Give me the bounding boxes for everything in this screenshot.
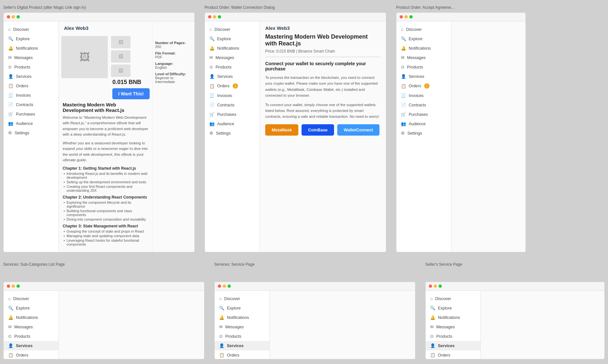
sidebar-item-products-1[interactable]: ⊙ Products [4,62,58,72]
sidebar-item-messages-2[interactable]: ✉ Messages [205,53,260,62]
sidebar-item-orders-3[interactable]: 📋 Orders 1 [396,81,451,91]
sidebar-item-products-3[interactable]: ⊙ Products [396,62,451,72]
sidebar-item-contracts-3[interactable]: 📄 Contracts [396,100,451,110]
main-product-image: 🖼 [61,36,108,78]
sidebar-item-purchases-3[interactable]: 🛒 Purchases [396,110,451,119]
sidebar-item-services-1[interactable]: 👤 Services [4,72,58,81]
sidebar-item-audience-3[interactable]: 👥 Audience [396,119,451,128]
bs1-orders[interactable]: 📋 Orders [4,350,58,359]
bs2-messages[interactable]: ✉ Messages [215,322,269,332]
sidebar-item-notifications-2[interactable]: 🔔 Notifications [205,43,260,53]
bs3-services[interactable]: 👤 Services [426,341,480,350]
tl-red-2 [208,15,211,18]
bottom-gap-spacer-2 [416,282,425,359]
top-row: Seller's Digital Product (after Magic Li… [0,0,608,252]
bottom-main-2 [270,291,415,359]
sidebar-item-settings-1[interactable]: ⚙ Settings [4,128,58,138]
sidebar-item-services-3[interactable]: 👤 Services [396,72,451,81]
sidebar-item-invoices-3[interactable]: 🧾 Invoices [396,91,451,100]
sidebar-3: ⌂ Discover 🔍 Explore 🔔 Notifications [396,21,452,252]
tl-green-3 [409,15,413,18]
chapter-2: Chapter 2: Understanding React Component… [59,195,152,224]
sidebar-label-discover-1: Discover [13,27,29,32]
search-icon-2: 🔍 [209,36,215,41]
bs2-services[interactable]: 👤 Services [215,341,269,350]
sidebar-item-discover-1[interactable]: ⌂ Discover [4,25,58,34]
sidebar-item-purchases-2[interactable]: 🛒 Purchases [205,110,260,119]
tl-red-1 [7,15,10,18]
sidebar-label-settings-2: Settings [216,131,230,136]
sidebar-item-purchases-1[interactable]: 🛒 Purchases [4,109,58,119]
sidebar-label-contracts-2: Contracts [217,103,235,107]
sidebar-item-explore-3[interactable]: 🔍 Explore [396,34,451,43]
metamask-button[interactable]: MetaMask [265,124,298,136]
bs3-messages[interactable]: ✉ Messages [426,322,480,332]
search-icon-1: 🔍 [8,36,13,41]
bs1-products-icon: ⊙ [8,334,12,339]
bs3-explore[interactable]: 🔍 Explore [426,303,480,313]
sidebar-item-explore-2[interactable]: 🔍 Explore [205,34,260,43]
home-icon-1: ⌂ [8,27,11,32]
sidebar-item-orders-2[interactable]: 📋 Orders 1 [205,81,260,91]
sidebar-label-messages-2: Messages [216,55,234,60]
bs3-products[interactable]: ⊙ Products [426,332,480,341]
bs3-msg-icon: ✉ [430,324,434,329]
pages-value: 250 [155,45,192,49]
bs2-products[interactable]: ⊙ Products [215,332,269,341]
bs1-orders-label: Orders [16,353,28,358]
difficulty-value: Beginner to Intermediate [155,76,192,84]
bs2-notifications[interactable]: 🔔 Notifications [215,313,269,322]
sidebar-item-messages-3[interactable]: ✉ Messages [396,53,451,62]
bs1-products[interactable]: ⊙ Products [4,332,58,341]
thumb-2: 🖼 [111,50,130,63]
coinbase-button[interactable]: CoinBase [302,124,334,136]
sidebar-label-audience-3: Audience [409,122,426,126]
sidebar-item-notifications-3[interactable]: 🔔 Notifications [396,43,451,53]
bs3-orders[interactable]: 📋 Orders [426,350,480,359]
bs1-notifications[interactable]: 🔔 Notifications [4,313,58,322]
sidebar-label-notifications-2: Notifications [217,46,239,51]
sidebar-item-audience-1[interactable]: 👥 Audience [4,119,58,128]
sidebar-item-services-2[interactable]: 👤 Services [205,72,260,81]
want-this-button[interactable]: I Want This! [112,88,150,99]
bs3-discover[interactable]: ⌂ Discover [426,294,480,303]
sidebar-item-contracts-1[interactable]: 📄 Contracts [4,100,58,109]
language-detail: Language: English [155,62,192,69]
sidebar-item-contracts-2[interactable]: 📄 Contracts [205,100,260,110]
bs1-explore[interactable]: 🔍 Explore [4,303,58,313]
sidebar-item-invoices-1[interactable]: 🧾 Invoices [4,91,58,100]
sidebar-label-contracts-1: Contracts [16,103,33,107]
sidebar-item-discover-2[interactable]: ⌂ Discover [205,25,260,34]
sidebar-item-discover-3[interactable]: ⌂ Discover [396,25,451,34]
bs1-services[interactable]: 👤 Services [4,341,58,350]
bs2-discover[interactable]: ⌂ Discover [215,294,269,303]
screen3-label: Product Order: Accept Agreeme... [396,5,454,10]
sidebar-item-orders-1[interactable]: 📋 Orders [4,81,58,91]
bs2-explore[interactable]: 🔍 Explore [215,303,269,313]
sidebar-item-audience-2[interactable]: 👥 Audience [205,119,260,128]
sidebar-label-orders-1: Orders [16,84,28,88]
bottom-gap-1 [205,262,214,267]
bs1-discover[interactable]: ⌂ Discover [4,294,58,303]
bs1-home-icon: ⌂ [8,296,11,301]
bs1-messages[interactable]: ✉ Messages [4,322,58,332]
walletconnect-button[interactable]: WalletConnect [337,124,379,136]
difficulty-detail: Level of Difficulty: Beginner to Interme… [155,72,192,84]
bs3-notifications[interactable]: 🔔 Notifications [426,313,480,322]
sidebar-item-products-2[interactable]: ⊙ Products [205,62,260,72]
sidebar-item-messages-1[interactable]: ✉ Messages [4,53,58,62]
format-label: File Format: [155,51,192,55]
bs2-orders[interactable]: 📋 Orders [215,350,269,359]
sidebar-item-notifications-1[interactable]: 🔔 Notifications [4,43,58,53]
bs2-discover-label: Discover [224,297,240,301]
product-desc-2: Whether you are a seasoned developer loo… [59,140,152,166]
sidebar-item-explore-1[interactable]: 🔍 Explore [4,34,58,43]
sidebar-label-services-2: Services [217,74,233,79]
ch1-item-1: Introducing React.js and its benefits in… [63,172,148,179]
sidebar-item-invoices-2[interactable]: 🧾 Invoices [205,91,260,100]
sidebar-item-settings-2[interactable]: ⚙ Settings [205,128,260,138]
main-content-2: Alex Web3 Mastering Modern Web Developme… [260,21,386,252]
sidebar-item-settings-3[interactable]: ⚙ Settings [396,128,451,138]
contracts-icon-3: 📄 [401,103,406,107]
bottom-label-1: Services: Sub-Categories List Page [3,262,205,267]
